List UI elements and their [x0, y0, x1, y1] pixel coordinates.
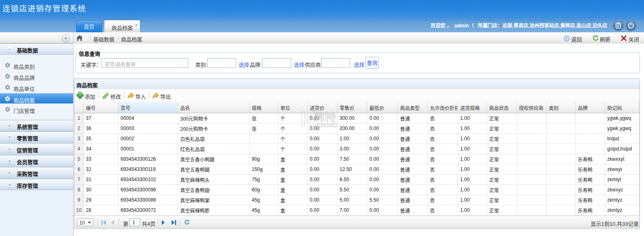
svg-text:KHOID: KHOID — [316, 121, 338, 128]
svg-text:K: K — [301, 109, 315, 128]
